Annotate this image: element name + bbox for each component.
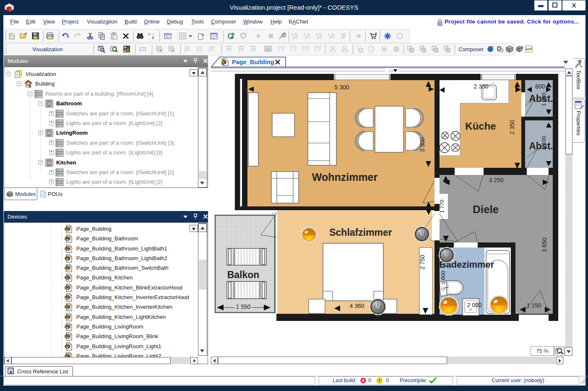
svg-text:1 900: 1 900 (541, 93, 547, 107)
svg-text:2 000: 2 000 (467, 302, 481, 308)
svg-text:Balkon: Balkon (227, 269, 260, 280)
svg-text:2 350: 2 350 (509, 120, 515, 134)
svg-text:4 360: 4 360 (349, 302, 364, 309)
svg-text:3 250: 3 250 (489, 177, 503, 183)
svg-text:2 750: 2 750 (419, 255, 426, 269)
svg-text:Küche: Küche (465, 120, 496, 132)
svg-text:Schlafzimmer: Schlafzimmer (329, 227, 392, 238)
svg-text:3 300: 3 300 (419, 137, 426, 152)
svg-text:Diele: Diele (473, 203, 499, 216)
svg-text:3 650: 3 650 (541, 237, 548, 252)
svg-text:Lib: Lib (518, 45, 523, 50)
svg-text:1 550: 1 550 (236, 303, 250, 310)
svg-text:1 100: 1 100 (541, 136, 547, 150)
svg-text:800: 800 (535, 83, 545, 90)
svg-text:Wohnzimmer: Wohnzimmer (312, 171, 378, 183)
svg-text:5 300: 5 300 (334, 84, 349, 91)
svg-text:1 770: 1 770 (439, 200, 445, 214)
svg-text:1 800: 1 800 (440, 271, 446, 285)
svg-text:A: A (148, 32, 151, 36)
svg-text:2 350: 2 350 (474, 83, 488, 90)
